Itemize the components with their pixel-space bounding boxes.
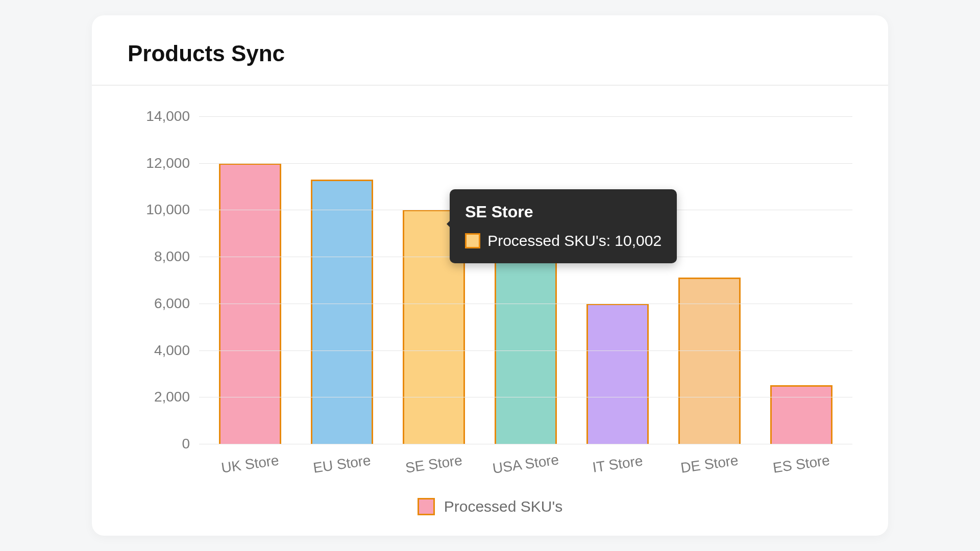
x-axis-labels: UK StoreEU StoreSE StoreUSA StoreIT Stor…	[199, 456, 852, 472]
x-axis-label: UK Store	[204, 450, 297, 479]
bar[interactable]	[678, 278, 741, 444]
x-axis-label: EU Store	[296, 450, 389, 479]
bar-slot	[664, 116, 755, 444]
bar[interactable]	[311, 180, 373, 444]
grid-line	[199, 397, 852, 397]
legend-swatch-icon	[418, 498, 435, 515]
y-axis: 02,0004,0006,0008,00010,00012,00014,000	[128, 116, 199, 444]
plot-area: 02,0004,0006,0008,00010,00012,00014,000 …	[128, 116, 852, 444]
chart-tooltip: SE Store Processed SKU's: 10,002	[450, 189, 677, 263]
x-axis-label: IT Store	[571, 450, 665, 479]
bars-row	[199, 116, 852, 444]
tooltip-title: SE Store	[465, 199, 662, 224]
tooltip-row: Processed SKU's: 10,002	[465, 229, 662, 252]
y-axis-tick: 10,000	[129, 202, 190, 218]
plot-grid: SE Store Processed SKU's: 10,002	[199, 116, 852, 444]
y-axis-tick: 4,000	[129, 342, 190, 359]
x-axis-label: SE Store	[387, 450, 481, 479]
bar[interactable]	[586, 304, 649, 444]
y-axis-tick: 0	[129, 436, 190, 452]
bar-slot	[388, 116, 480, 444]
y-axis-tick: 12,000	[129, 155, 190, 171]
chart-title: Products Sync	[128, 41, 852, 66]
card-header: Products Sync	[92, 15, 888, 86]
y-axis-tick: 8,000	[129, 248, 190, 265]
grid-line	[199, 163, 852, 164]
x-axis-label: DE Store	[663, 450, 756, 479]
x-axis-label: USA Store	[479, 450, 573, 479]
bar-slot	[296, 116, 388, 444]
bar-slot	[204, 116, 296, 444]
chart-area: 02,0004,0006,0008,00010,00012,00014,000 …	[92, 86, 888, 536]
tooltip-value-text: Processed SKU's: 10,002	[487, 229, 662, 252]
products-sync-card: Products Sync 02,0004,0006,0008,00010,00…	[92, 15, 888, 536]
bar-slot	[755, 116, 847, 444]
tooltip-swatch-icon	[465, 233, 480, 248]
y-axis-tick: 14,000	[129, 108, 190, 124]
grid-line	[199, 444, 852, 444]
bar[interactable]	[770, 385, 832, 444]
grid-line	[199, 350, 852, 351]
y-axis-tick: 6,000	[129, 295, 190, 312]
chart-legend[interactable]: Processed SKU's	[128, 498, 852, 515]
x-axis-label: ES Store	[755, 450, 848, 479]
bar-slot	[572, 116, 664, 444]
y-axis-tick: 2,000	[129, 389, 190, 405]
grid-line	[199, 116, 852, 117]
bar-slot	[480, 116, 572, 444]
legend-label: Processed SKU's	[444, 498, 563, 515]
grid-line	[199, 304, 852, 304]
